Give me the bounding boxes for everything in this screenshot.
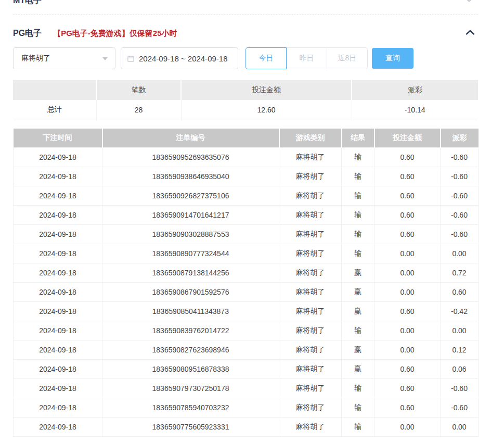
table-row: 2024-09-181836590850411343873麻将胡了赢0.60-0… bbox=[14, 302, 479, 321]
cell-bet-time: 2024-09-18 bbox=[14, 398, 102, 418]
cell-payout: -0.60 bbox=[441, 186, 479, 206]
cell-order-id: 1836590850411343873 bbox=[102, 302, 279, 321]
cell-result: 赢 bbox=[342, 302, 374, 321]
cell-order-id: 1836590926827375106 bbox=[102, 186, 279, 206]
quick-range-group: 今日 昨日 近8日 bbox=[245, 47, 368, 69]
cell-game-type: 麻将胡了 bbox=[279, 321, 342, 340]
cell-payout: 0.12 bbox=[441, 340, 479, 360]
cell-bet-time: 2024-09-18 bbox=[14, 283, 102, 302]
cell-bet-time: 2024-09-18 bbox=[14, 263, 102, 283]
range-button-today[interactable]: 今日 bbox=[245, 47, 287, 69]
game-select-value: 麻将胡了 bbox=[21, 54, 50, 63]
table-row: 2024-09-181836590775605923331麻将胡了输0.000.… bbox=[14, 418, 479, 437]
cell-game-type: 麻将胡了 bbox=[279, 263, 342, 283]
table-row: 2024-09-181836590926827375106麻将胡了输0.60-0… bbox=[14, 186, 479, 206]
cell-game-type: 麻将胡了 bbox=[279, 167, 342, 186]
table-row: 2024-09-181836590809516878338麻将胡了赢0.600.… bbox=[14, 360, 479, 379]
cell-payout: -0.60 bbox=[441, 398, 479, 418]
cell-game-type: 麻将胡了 bbox=[279, 206, 342, 225]
range-button-last8days[interactable]: 近8日 bbox=[327, 47, 368, 69]
table-row: 2024-09-181836590938646935040麻将胡了输0.60-0… bbox=[14, 167, 479, 186]
cell-payout: -0.60 bbox=[441, 206, 479, 225]
cell-game-type: 麻将胡了 bbox=[279, 418, 342, 437]
cell-game-type: 麻将胡了 bbox=[279, 379, 342, 398]
cell-bet-time: 2024-09-18 bbox=[14, 206, 102, 225]
table-row: 2024-09-181836590879138144256麻将胡了赢0.000.… bbox=[14, 263, 479, 283]
page: MT电子 PG电子 【PG电子-免费游戏】仅保留25小时 麻将胡了 2024-0… bbox=[0, 0, 504, 437]
table-row: 2024-09-181836590890777324544麻将胡了输0.000.… bbox=[14, 244, 479, 263]
table-row: 2024-09-181836590827623698946麻将胡了赢0.000.… bbox=[14, 340, 479, 360]
chevron-down-icon[interactable] bbox=[464, 0, 474, 3]
records-header-row: 下注时间 注单编号 游戏类别 结果 投注金额 派彩 bbox=[14, 129, 479, 148]
cell-result: 赢 bbox=[342, 283, 374, 302]
cell-bet-amount: 0.60 bbox=[374, 186, 441, 206]
cell-result: 赢 bbox=[342, 340, 374, 360]
summary-payout: -10.14 bbox=[352, 100, 478, 120]
summary-header-payout: 派彩 bbox=[352, 80, 478, 100]
section-header: PG电子 【PG电子-免费游戏】仅保留25小时 bbox=[13, 28, 478, 39]
cell-bet-time: 2024-09-18 bbox=[14, 360, 102, 379]
chevron-up-icon[interactable] bbox=[466, 29, 475, 36]
table-row: 2024-09-181836590785940703232麻将胡了输0.60-0… bbox=[14, 398, 479, 418]
cell-game-type: 麻将胡了 bbox=[279, 340, 342, 360]
section-notice: 【PG电子-免费游戏】仅保留25小时 bbox=[53, 29, 177, 39]
cell-result: 输 bbox=[342, 379, 374, 398]
cell-payout: 0.60 bbox=[441, 283, 479, 302]
cell-bet-amount: 0.00 bbox=[374, 340, 441, 360]
calendar-icon bbox=[127, 55, 135, 62]
cell-payout: 0.00 bbox=[441, 418, 479, 437]
cell-bet-amount: 0.00 bbox=[374, 321, 441, 340]
game-select[interactable]: 麻将胡了 bbox=[13, 47, 115, 69]
cell-order-id: 1836590827623698946 bbox=[102, 340, 279, 360]
cell-bet-amount: 0.60 bbox=[374, 148, 441, 167]
cell-game-type: 麻将胡了 bbox=[279, 244, 342, 263]
cell-bet-amount: 0.00 bbox=[374, 263, 441, 283]
cell-bet-amount: 0.60 bbox=[374, 302, 441, 321]
table-row: 2024-09-181836590867901592576麻将胡了赢0.000.… bbox=[14, 283, 479, 302]
table-row: 2024-09-181836590839762014722麻将胡了输0.000.… bbox=[14, 321, 479, 340]
summary-header-empty bbox=[13, 80, 96, 100]
cell-payout: 0.72 bbox=[441, 263, 479, 283]
records-header-payout: 派彩 bbox=[441, 129, 479, 148]
date-range-input[interactable]: 2024-09-18 ~ 2024-09-18 bbox=[121, 47, 238, 69]
cell-result: 输 bbox=[342, 398, 374, 418]
cell-bet-amount: 0.60 bbox=[374, 379, 441, 398]
cell-result: 输 bbox=[342, 321, 374, 340]
cell-game-type: 麻将胡了 bbox=[279, 186, 342, 206]
cell-bet-time: 2024-09-18 bbox=[14, 379, 102, 398]
query-button[interactable]: 查询 bbox=[372, 48, 413, 69]
cell-payout: -0.60 bbox=[441, 379, 479, 398]
table-row: 2024-09-181836590914701641217麻将胡了输0.60-0… bbox=[14, 206, 479, 225]
summary-total-row: 总计 28 12.60 -10.14 bbox=[13, 100, 478, 120]
cell-payout: -0.60 bbox=[441, 167, 479, 186]
cell-game-type: 麻将胡了 bbox=[279, 283, 342, 302]
previous-section-title: MT电子 bbox=[13, 0, 42, 6]
records-header-order-id: 注单编号 bbox=[102, 129, 279, 148]
cell-order-id: 1836590914701641217 bbox=[102, 206, 279, 225]
cell-payout: 0.00 bbox=[441, 321, 479, 340]
cell-bet-time: 2024-09-18 bbox=[14, 321, 102, 340]
cell-game-type: 麻将胡了 bbox=[279, 225, 342, 244]
cell-result: 输 bbox=[342, 148, 374, 167]
cell-bet-time: 2024-09-18 bbox=[14, 302, 102, 321]
summary-header-bet-amount: 投注金额 bbox=[181, 80, 352, 100]
cell-game-type: 麻将胡了 bbox=[279, 302, 342, 321]
summary-table: 笔数 投注金额 派彩 总计 28 12.60 -10.14 bbox=[13, 80, 478, 120]
summary-total-label: 总计 bbox=[13, 100, 96, 120]
range-button-yesterday[interactable]: 昨日 bbox=[286, 47, 327, 69]
records-table: 下注时间 注单编号 游戏类别 结果 投注金额 派彩 2024-09-181836… bbox=[13, 129, 479, 437]
chevron-down-icon bbox=[102, 57, 108, 60]
cell-result: 输 bbox=[342, 418, 374, 437]
cell-game-type: 麻将胡了 bbox=[279, 398, 342, 418]
summary-bet-amount: 12.60 bbox=[181, 100, 352, 120]
filter-bar: 麻将胡了 2024-09-18 ~ 2024-09-18 今日 昨日 近8日 查… bbox=[13, 47, 478, 69]
cell-payout: 0.06 bbox=[441, 360, 479, 379]
cell-result: 输 bbox=[342, 244, 374, 263]
cell-result: 输 bbox=[342, 186, 374, 206]
cell-result: 输 bbox=[342, 225, 374, 244]
cell-bet-time: 2024-09-18 bbox=[14, 167, 102, 186]
cell-bet-time: 2024-09-18 bbox=[14, 225, 102, 244]
table-row: 2024-09-181836590903028887553麻将胡了输0.60-0… bbox=[14, 225, 479, 244]
cell-payout: -0.60 bbox=[441, 148, 479, 167]
cell-game-type: 麻将胡了 bbox=[279, 148, 342, 167]
